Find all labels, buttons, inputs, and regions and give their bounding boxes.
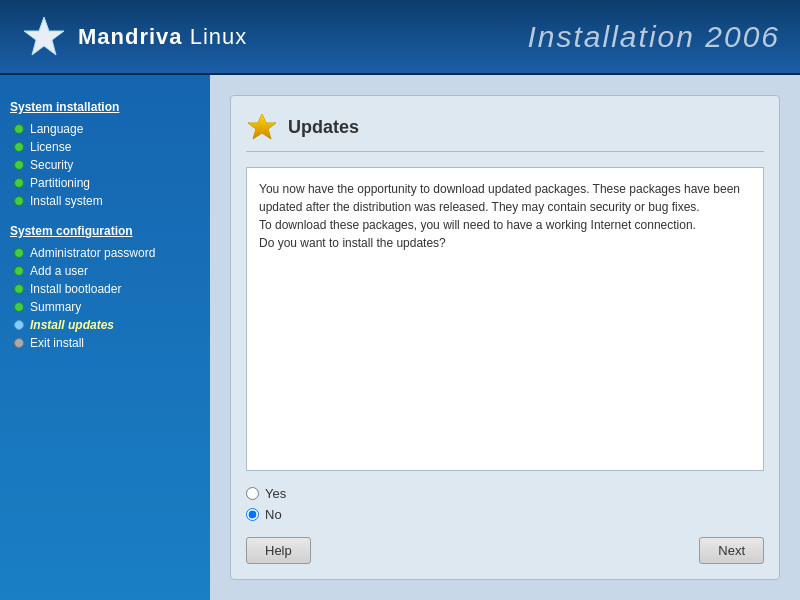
sidebar-label-language: Language [30,122,83,136]
sidebar-item-install-system[interactable]: Install system [10,192,200,210]
logo-text: Mandriva Linux [78,24,247,50]
radio-no-text: No [265,507,282,522]
logo-area: Mandriva Linux [20,13,247,61]
radio-yes-label[interactable]: Yes [246,486,764,501]
content-panel: Updates You now have the opportunity to … [230,95,780,580]
updates-line1: You now have the opportunity to download… [259,182,740,196]
main-layout: System installation Language License Sec… [0,75,800,600]
sidebar-item-security[interactable]: Security [10,156,200,174]
sidebar-label-partitioning: Partitioning [30,176,90,190]
dot-icon [14,302,24,312]
help-button[interactable]: Help [246,537,311,564]
dot-icon [14,124,24,134]
dot-icon [14,160,24,170]
sidebar-section-installation[interactable]: System installation [10,100,200,114]
radio-no-label[interactable]: No [246,507,764,522]
install-title: Installation 2006 [528,20,781,54]
dot-icon [14,178,24,188]
sidebar-label-security: Security [30,158,73,172]
sidebar-item-install-bootloader[interactable]: Install bootloader [10,280,200,298]
mandriva-logo-icon [20,13,68,61]
sidebar-item-add-user[interactable]: Add a user [10,262,200,280]
radio-yes-text: Yes [265,486,286,501]
panel-header: Updates [246,111,764,152]
updates-line2: updated after the distribution was relea… [259,200,700,214]
sidebar-item-license[interactable]: License [10,138,200,156]
sidebar-item-partitioning[interactable]: Partitioning [10,174,200,192]
sidebar-label-admin-password: Administrator password [30,246,155,260]
next-button[interactable]: Next [699,537,764,564]
dot-icon [14,248,24,258]
radio-group: Yes No [246,486,764,522]
dot-icon [14,266,24,276]
panel-title: Updates [288,117,359,138]
dot-icon [14,196,24,206]
sidebar-label-summary: Summary [30,300,81,314]
sidebar-label-add-user: Add a user [30,264,88,278]
header: Mandriva Linux Installation 2006 [0,0,800,75]
radio-no-input[interactable] [246,508,259,521]
sidebar-label-install-system: Install system [30,194,103,208]
updates-line4: Do you want to install the updates? [259,236,446,250]
sidebar-section-configuration[interactable]: System configuration [10,224,200,238]
sidebar: System installation Language License Sec… [0,75,210,600]
sidebar-item-exit-install[interactable]: Exit install [10,334,200,352]
button-row: Help Next [246,537,764,564]
sidebar-label-install-updates: Install updates [30,318,114,332]
sidebar-item-admin-password[interactable]: Administrator password [10,244,200,262]
sidebar-label-install-bootloader: Install bootloader [30,282,121,296]
sidebar-item-install-updates[interactable]: Install updates [10,316,200,334]
sidebar-item-summary[interactable]: Summary [10,298,200,316]
dot-icon [14,284,24,294]
sidebar-label-exit-install: Exit install [30,336,84,350]
radio-yes-input[interactable] [246,487,259,500]
dot-icon [14,338,24,348]
content-area: Updates You now have the opportunity to … [210,75,800,600]
sidebar-label-license: License [30,140,71,154]
updates-line3: To download these packages, you will nee… [259,218,696,232]
dot-icon [14,320,24,330]
updates-icon [246,111,278,143]
sidebar-item-language[interactable]: Language [10,120,200,138]
updates-description-box: You now have the opportunity to download… [246,167,764,471]
dot-icon [14,142,24,152]
